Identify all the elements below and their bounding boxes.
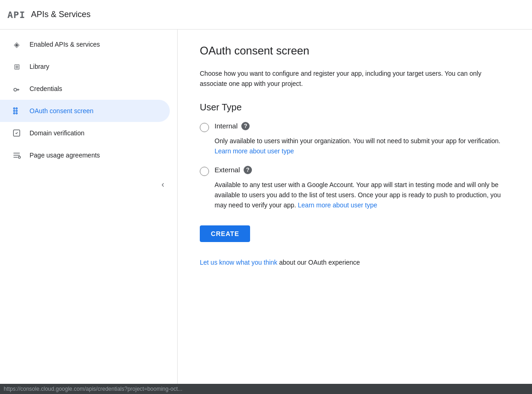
svg-point-0 bbox=[14, 88, 17, 91]
sidebar-item-library[interactable]: ⊞ Library bbox=[0, 55, 170, 78]
internal-help-icon[interactable]: ? bbox=[241, 122, 250, 130]
sidebar-item-enabled-apis[interactable]: ◈ Enabled APIs & services bbox=[0, 33, 170, 55]
svg-point-2 bbox=[13, 110, 15, 112]
external-help-icon[interactable]: ? bbox=[244, 166, 252, 174]
svg-point-4 bbox=[16, 108, 18, 109]
feedback-link[interactable]: Let us know what you think bbox=[200, 259, 277, 266]
page-usage-icon bbox=[11, 150, 22, 161]
sidebar-label-enabled-apis: Enabled APIs & services bbox=[30, 41, 100, 48]
top-bar: API APIs & Services bbox=[0, 0, 532, 30]
feedback-section: Let us know what you think about our OAu… bbox=[200, 259, 510, 266]
create-button[interactable]: CREATE bbox=[200, 225, 250, 242]
status-bar: https://console.cloud.google.com/apis/cr… bbox=[0, 384, 532, 394]
page-title: OAuth consent screen bbox=[200, 44, 510, 57]
internal-radio-input[interactable] bbox=[200, 123, 209, 132]
external-description: Available to any test user with a Google… bbox=[215, 180, 510, 211]
enabled-apis-icon: ◈ bbox=[11, 39, 22, 50]
sidebar-item-domain-verification[interactable]: Domain verification bbox=[0, 122, 170, 144]
internal-label: Internal bbox=[215, 122, 238, 130]
domain-verification-icon bbox=[11, 127, 22, 139]
external-learn-more-link[interactable]: Learn more about user type bbox=[298, 201, 377, 209]
external-label-container: External ? bbox=[215, 166, 252, 174]
app-title: APIs & Services bbox=[31, 10, 90, 19]
credentials-icon bbox=[11, 83, 22, 94]
external-radio-option: External ? bbox=[200, 166, 510, 176]
library-icon: ⊞ bbox=[11, 61, 22, 72]
external-label: External bbox=[215, 166, 240, 174]
svg-point-11 bbox=[18, 156, 21, 158]
internal-description: Only available to users within your orga… bbox=[215, 136, 510, 157]
internal-learn-more-link[interactable]: Learn more about user type bbox=[215, 147, 294, 155]
sidebar-item-credentials[interactable]: Credentials bbox=[0, 78, 170, 100]
user-type-section-title: User Type bbox=[200, 102, 510, 113]
status-url: https://console.cloud.google.com/apis/cr… bbox=[4, 386, 182, 392]
svg-point-6 bbox=[16, 113, 18, 114]
api-logo: API bbox=[7, 9, 25, 20]
svg-point-5 bbox=[16, 110, 18, 112]
internal-label-container: Internal ? bbox=[215, 122, 250, 130]
collapse-sidebar-button[interactable]: ‹ bbox=[161, 180, 164, 189]
sidebar-item-oauth-consent[interactable]: OAuth consent screen bbox=[0, 100, 170, 122]
sidebar: ◈ Enabled APIs & services ⊞ Library Cred… bbox=[0, 30, 178, 384]
feedback-suffix: about our OAuth experience bbox=[279, 259, 360, 266]
internal-radio-option: Internal ? bbox=[200, 122, 510, 132]
main-layout: ◈ Enabled APIs & services ⊞ Library Cred… bbox=[0, 30, 532, 384]
sidebar-item-page-usage[interactable]: Page usage agreements bbox=[0, 144, 170, 166]
sidebar-label-domain-verification: Domain verification bbox=[30, 129, 84, 137]
main-content: OAuth consent screen Choose how you want… bbox=[178, 30, 532, 384]
sidebar-label-page-usage: Page usage agreements bbox=[30, 152, 100, 159]
oauth-consent-icon bbox=[11, 105, 22, 116]
sidebar-label-library: Library bbox=[30, 63, 49, 70]
description-text: Choose how you want to configure and reg… bbox=[200, 68, 510, 89]
sidebar-label-credentials: Credentials bbox=[30, 85, 62, 92]
external-radio-input[interactable] bbox=[200, 167, 209, 176]
svg-point-3 bbox=[13, 113, 15, 114]
svg-point-1 bbox=[13, 108, 15, 109]
sidebar-label-oauth-consent: OAuth consent screen bbox=[30, 107, 94, 115]
